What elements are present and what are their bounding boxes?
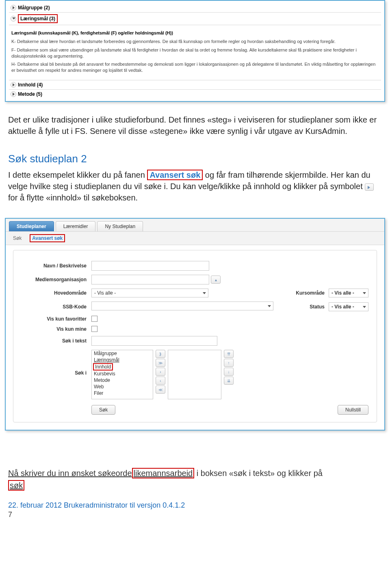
- tab-laeremidler[interactable]: Læremidler: [56, 221, 96, 231]
- move-top-icon[interactable]: ⇈: [224, 350, 234, 358]
- chevron-right-icon: [11, 82, 16, 88]
- chevron-right-icon: [11, 91, 16, 97]
- kursomrade-select[interactable]: - Vis alle -: [329, 289, 368, 297]
- list-item[interactable]: Kursbevis: [92, 370, 153, 377]
- tab-ny-studieplan[interactable]: Ny Studieplan: [97, 221, 143, 231]
- subtabs: Søk Avansert søk: [6, 232, 384, 245]
- sok-button[interactable]: Søk: [91, 405, 115, 415]
- move-all-left-icon[interactable]: ≪: [156, 386, 165, 394]
- label-sok-i: Søk i: [22, 350, 91, 376]
- move-all-right-icon[interactable]: ⟫: [156, 350, 165, 358]
- sok-tekst-input[interactable]: [91, 336, 217, 346]
- move-single-left-icon[interactable]: ‹: [156, 377, 165, 385]
- list-item[interactable]: Metode: [92, 377, 153, 383]
- accordion-row-metode[interactable]: Metode (5): [9, 90, 381, 99]
- accordion-row-malgruppe[interactable]: Målgruppe (2): [9, 3, 381, 13]
- source-listbox[interactable]: Målgruppe Læringsmål Innhold Kursbevis M…: [91, 350, 153, 399]
- move-down-icon[interactable]: ↓: [224, 368, 234, 376]
- label-kun-mine: Vis kun mine: [22, 326, 91, 332]
- list-item-innhold[interactable]: Innhold: [93, 363, 113, 370]
- list-item[interactable]: Læringsmål: [92, 357, 153, 363]
- label-status: Status: [310, 304, 325, 310]
- list-item[interactable]: Web: [92, 383, 153, 390]
- select-value: - Vis alle -: [332, 290, 354, 296]
- bottom-sok: søk: [8, 480, 24, 491]
- label-member-org: Medlemsorganisasjon: [22, 277, 91, 282]
- ssb-select[interactable]: [91, 302, 273, 310]
- favoritter-checkbox[interactable]: [91, 316, 98, 322]
- subtab-avansert-sok[interactable]: Avansert søk: [30, 234, 65, 242]
- mine-checkbox[interactable]: [91, 326, 98, 332]
- accordion-row-innhold[interactable]: Innhold (4): [9, 80, 381, 90]
- chevron-down-icon: [11, 16, 16, 22]
- bottom-highlight: likemannsarbeid: [132, 468, 195, 478]
- status-select[interactable]: - Vis alle -: [329, 302, 368, 311]
- avansert-sok-link[interactable]: Avansert søk: [147, 170, 203, 180]
- chevron-right-icon: [11, 5, 16, 11]
- bottom-mid: i boksen «søk i tekst» og klikker på: [194, 469, 323, 478]
- target-listbox[interactable]: [168, 350, 221, 399]
- select-value: - Vis alle -: [332, 304, 354, 310]
- page-footer: 22. februar 2012 Brukeradministrator til…: [8, 501, 382, 510]
- accordion-row-laeringsmal[interactable]: Læringsmål (3): [9, 13, 381, 25]
- paragraph-2: I dette eksempelet klikker du på fanen A…: [8, 169, 382, 203]
- member-org-input[interactable]: [91, 275, 209, 284]
- content-h: H- Deltakerne skal bli bevisste på det a…: [11, 61, 379, 73]
- tab-studieplaner[interactable]: Studieplaner: [9, 221, 54, 231]
- move-right-icon[interactable]: [365, 183, 374, 191]
- accordion-label: Læringsmål (3): [18, 14, 58, 23]
- chevron-up-icon[interactable]: ▴: [211, 276, 221, 284]
- accordion-panel: Målgruppe (2) Læringsmål (3) Læringsmål …: [5, 0, 385, 102]
- paragraph-1: Det er ulike tradisjoner i ulike studief…: [8, 114, 382, 137]
- content-f: F- Deltakerne som skal være utsendinger …: [11, 47, 379, 59]
- accordion-label: Målgruppe (2): [18, 5, 50, 11]
- label-kun-favoritter: Vis kun favoritter: [22, 316, 91, 322]
- content-title: Læringsmål (kunnskapsmål (K), ferdighets…: [11, 30, 173, 35]
- move-up-icon[interactable]: ↑: [224, 359, 234, 367]
- label-ssb: SSB-Kode: [22, 304, 91, 310]
- subtab-sok[interactable]: Søk: [13, 235, 22, 241]
- section-heading: Søk studieplan 2: [8, 151, 382, 166]
- label-name-desc: Navn / Beskrivelse: [22, 263, 91, 269]
- move-bottom-icon[interactable]: ⇊: [224, 377, 234, 385]
- accordion-label: Innhold (4): [18, 82, 43, 88]
- tabs-top: Studieplaner Læremidler Ny Studieplan: [6, 219, 384, 232]
- select-value: - Vis alle -: [94, 290, 116, 296]
- label-sok-tekst: Søk i tekst: [22, 338, 91, 344]
- label-hovedomrade: Hovedområde: [22, 290, 91, 296]
- name-desc-input[interactable]: [91, 261, 209, 271]
- accordion-content: Læringsmål (kunnskapsmål (K), ferdighets…: [9, 25, 381, 80]
- bottom-before: Nå skriver du inn ønsket søkeorde: [8, 469, 132, 478]
- bottom-paragraph: Nå skriver du inn ønsket søkeordelikeman…: [8, 467, 382, 491]
- label-kursomrade: Kursområde: [296, 290, 325, 296]
- para2-after: for å flytte «innhold» til søkeboksen.: [8, 193, 138, 202]
- list-item[interactable]: Filer: [92, 390, 153, 396]
- move-right-icon[interactable]: ≫: [156, 359, 165, 367]
- move-single-right-icon[interactable]: ›: [156, 368, 165, 376]
- list-item[interactable]: Målgruppe: [92, 350, 153, 357]
- content-k: K- Deltakerne skal lære hvordan et lands…: [11, 39, 379, 45]
- hovedomrade-select[interactable]: - Vis alle -: [91, 289, 208, 297]
- nullstill-button[interactable]: Nullstill: [338, 405, 368, 415]
- para2-before: I dette eksempelet klikker du på fanen: [8, 170, 147, 179]
- accordion-label: Metode (5): [18, 91, 42, 97]
- page-number: 7: [8, 510, 382, 519]
- search-panel: Studieplaner Læremidler Ny Studieplan Sø…: [5, 218, 385, 431]
